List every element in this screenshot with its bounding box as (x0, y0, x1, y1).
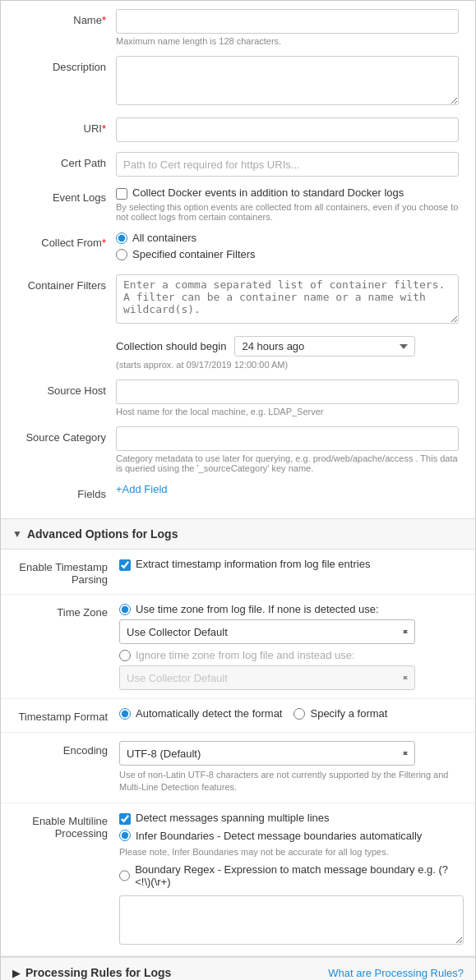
timestamp-specify-label: Specify a format (310, 707, 387, 720)
description-input[interactable] (116, 56, 459, 105)
advanced-arrow-icon: ▼ (12, 528, 22, 540)
multiline-row: Enable Multiline Processing Detect messa… (1, 803, 475, 956)
event-logs-checkbox[interactable] (116, 188, 127, 200)
multiline-label: Enable Multiline Processing (12, 812, 119, 840)
timestamp-parsing-row: Enable Timestamp Parsing Extract timesta… (1, 550, 475, 595)
timestamp-options-row: Automatically detect the format Specify … (119, 707, 464, 724)
timezone-ignore-select-wrapper: Use Collector Default (119, 665, 464, 690)
container-filters-content (116, 274, 459, 326)
add-field-link[interactable]: +Add Field (116, 483, 168, 495)
timestamp-auto-label: Automatically detect the format (136, 707, 282, 720)
collect-from-row: Collect From* All containers Specified c… (17, 232, 459, 265)
source-host-row: Source Host Host name for the local mach… (17, 380, 459, 416)
container-filters-row: Container Filters (17, 274, 459, 326)
timezone-ignore-select[interactable]: Use Collector Default (119, 665, 415, 690)
collect-from-all-row: All containers (116, 232, 459, 244)
multiline-boundary-label: Boundary Regex - Expression to match mes… (135, 863, 464, 888)
encoding-hint: Use of non-Latin UTF-8 characters are no… (119, 769, 464, 794)
encoding-select[interactable]: UTF-8 (Default) (119, 741, 415, 766)
boundary-regex-input[interactable] (119, 895, 464, 945)
timezone-ignore-label: Ignore time zone from log file and inste… (136, 649, 355, 661)
encoding-content: UTF-8 (Default) Use of non-Latin UTF-8 c… (119, 741, 464, 794)
fields-content: +Add Field (116, 483, 459, 495)
multiline-infer-label: Infer Boundaries - Detect message bounda… (136, 830, 422, 842)
timezone-content: Use time zone from log file. If none is … (119, 603, 464, 690)
collection-begin-label: Collection should begin (116, 340, 226, 352)
advanced-options-header[interactable]: ▼ Advanced Options for Logs (1, 518, 475, 550)
timezone-use-log-radio[interactable] (119, 604, 131, 615)
cert-path-input[interactable] (116, 152, 459, 177)
timestamp-specify-row: Specify a format (293, 707, 387, 720)
timezone-collector-select[interactable]: Use Collector Default (119, 619, 415, 644)
collect-from-all-radio[interactable] (116, 232, 127, 244)
timezone-ignore-row: Ignore time zone from log file and inste… (119, 649, 464, 661)
timezone-collector-wrapper: Use Collector Default (119, 619, 464, 644)
encoding-row: Encoding UTF-8 (Default) Use of non-Lati… (1, 733, 475, 803)
processing-rules-link[interactable]: What are Processing Rules? (328, 967, 464, 979)
source-host-hint: Host name for the local machine, e.g. LD… (116, 407, 459, 416)
encoding-label: Encoding (12, 741, 119, 757)
description-label: Description (17, 56, 116, 73)
collect-from-specified-radio[interactable] (116, 249, 127, 260)
event-logs-checkbox-label: Collect Docker events in addition to sta… (132, 186, 404, 199)
processing-rules-header: ▶ Processing Rules for Logs What are Pro… (1, 957, 475, 980)
advanced-options-title: Advanced Options for Logs (27, 527, 178, 541)
collect-from-specified-row: Specified container Filters (116, 248, 459, 260)
collect-from-all-label: All containers (132, 232, 196, 244)
cert-path-label: Cert Path (17, 152, 116, 169)
timezone-row: Time Zone Use time zone from log file. I… (1, 595, 475, 699)
description-row: Description (17, 56, 459, 108)
timezone-label: Time Zone (12, 603, 119, 619)
source-host-input[interactable] (116, 380, 459, 404)
cert-path-row: Cert Path (17, 152, 459, 177)
multiline-detect-checkbox[interactable] (119, 813, 131, 825)
processing-rules-title: Processing Rules for Logs (25, 966, 171, 979)
processing-rules-title-row: ▶ Processing Rules for Logs (12, 966, 171, 979)
source-category-hint: Category metadata to use later for query… (116, 453, 459, 473)
advanced-section: Enable Timestamp Parsing Extract timesta… (1, 550, 475, 957)
name-content: Maximum name length is 128 characters. (116, 9, 459, 46)
container-filters-label: Container Filters (17, 274, 116, 292)
processing-rules-arrow-icon: ▶ (12, 967, 21, 979)
uri-content (116, 117, 459, 142)
fields-label: Fields (17, 483, 116, 500)
timezone-use-log-label: Use time zone from log file. If none is … (136, 603, 379, 615)
collect-from-content: All containers Specified container Filte… (116, 232, 459, 265)
fields-row: Fields +Add Field (17, 483, 459, 500)
name-input[interactable] (116, 9, 459, 34)
container-filters-input[interactable] (116, 274, 459, 324)
source-category-row: Source Category Category metadata to use… (17, 426, 459, 473)
multiline-infer-radio[interactable] (119, 830, 131, 841)
main-form: Name* Maximum name length is 128 charact… (0, 0, 476, 980)
timestamp-checkbox-row: Extract timestamp information from log f… (119, 558, 464, 571)
timestamp-format-label: Timestamp Format (12, 707, 119, 723)
name-label: Name* (17, 9, 116, 26)
collection-begin-content: Collection should begin 24 hours ago (st… (116, 336, 459, 370)
timezone-use-log-row: Use time zone from log file. If none is … (119, 603, 464, 615)
multiline-infer-row: Infer Boundaries - Detect message bounda… (119, 830, 464, 842)
collection-begin-hint: (starts approx. at 09/17/2019 12:00:00 A… (116, 360, 459, 370)
timestamp-auto-radio[interactable] (119, 708, 131, 720)
name-hint: Maximum name length is 128 characters. (116, 36, 459, 46)
collection-begin-row: Collection should begin 24 hours ago (st… (17, 336, 459, 370)
collection-begin-select[interactable]: 24 hours ago (234, 336, 415, 357)
multiline-infer-hint: Please note, Infer Boundaries may not be… (119, 846, 464, 858)
collect-from-label: Collect From* (17, 232, 116, 249)
name-row: Name* Maximum name length is 128 charact… (17, 9, 459, 46)
timestamp-parsing-label: Enable Timestamp Parsing (12, 558, 119, 586)
timestamp-auto-row: Automatically detect the format (119, 707, 282, 720)
timezone-ignore-radio[interactable] (119, 650, 131, 661)
source-category-content: Category metadata to use later for query… (116, 426, 459, 473)
uri-input[interactable] (116, 117, 459, 142)
timestamp-specify-radio[interactable] (293, 708, 305, 720)
cert-path-content (116, 152, 459, 177)
source-category-input[interactable] (116, 426, 459, 451)
source-host-content: Host name for the local machine, e.g. LD… (116, 380, 459, 416)
timestamp-checkbox[interactable] (119, 559, 131, 571)
event-logs-row: Event Logs Collect Docker events in addi… (17, 186, 459, 222)
uri-label: URI* (17, 117, 116, 135)
multiline-boundary-radio[interactable] (119, 870, 130, 881)
description-content (116, 56, 459, 108)
multiline-content: Detect messages spanning multiple lines … (119, 812, 464, 947)
source-host-label: Source Host (17, 380, 116, 397)
